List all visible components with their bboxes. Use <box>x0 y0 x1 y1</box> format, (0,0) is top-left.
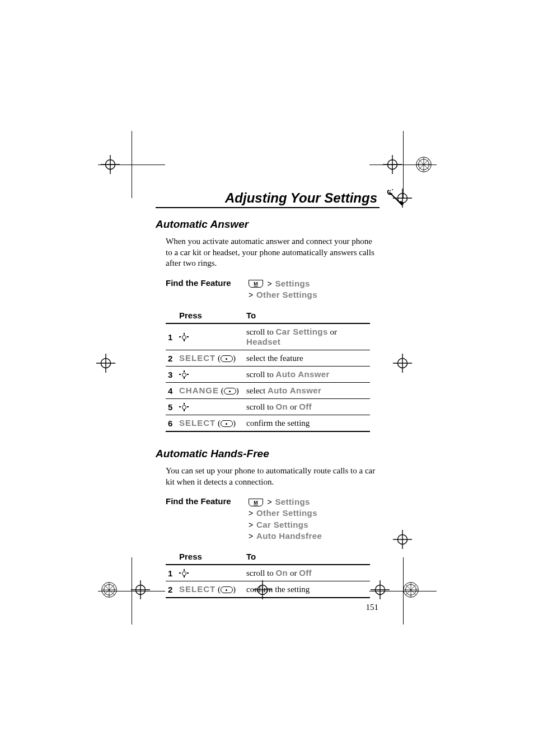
soft-key-icon <box>221 586 233 593</box>
find-feature-block: Find the Feature M > Settings > Other Se… <box>166 278 380 301</box>
path-item: Car Settings <box>256 520 308 529</box>
find-feature-block: Find the Feature M > Settings > Other Se… <box>166 496 380 542</box>
registration-cross-icon <box>403 131 404 198</box>
page-number: 151 <box>156 603 380 612</box>
steps-table: Press To 1 scroll to Car Settings or Hea… <box>166 308 370 432</box>
step-num: 1 <box>166 323 177 350</box>
registration-disc-icon <box>99 579 120 600</box>
registration-cross-icon <box>132 131 132 198</box>
svg-point-0 <box>390 190 391 191</box>
registration-cross-icon <box>403 557 404 624</box>
path-item: Other Settings <box>256 290 317 299</box>
col-press: Press <box>177 550 244 565</box>
menu-key-icon: M <box>249 499 263 506</box>
step-num: 1 <box>166 565 177 581</box>
svg-point-1 <box>392 189 393 190</box>
chapter-rule <box>156 207 380 208</box>
col-to: To <box>244 550 370 565</box>
nav-key-icon <box>179 370 189 379</box>
chapter-title: Adjusting Your Settings <box>156 190 380 206</box>
soft-key-icon <box>224 388 236 395</box>
step-num: 4 <box>166 383 177 399</box>
nav-key-icon <box>179 333 189 342</box>
registration-target-icon <box>392 353 413 374</box>
step-num: 2 <box>166 350 177 367</box>
find-feature-label: Find the Feature <box>166 278 249 301</box>
registration-target-icon <box>130 579 151 600</box>
page-content: Adjusting Your Settings Automatic Answer… <box>156 190 380 612</box>
chapter-title-text: Adjusting Your Settings <box>225 190 377 205</box>
section-body: You can set up your phone to automatical… <box>166 466 380 487</box>
soft-key-icon <box>221 420 233 427</box>
col-press: Press <box>177 308 244 323</box>
path-item: Other Settings <box>256 508 317 518</box>
registration-target-icon <box>392 529 413 550</box>
soft-key-icon <box>221 355 233 362</box>
find-feature-label: Find the Feature <box>166 496 249 542</box>
section-heading: Automatic Answer <box>156 218 380 231</box>
path-item: Auto Handsfree <box>256 531 322 541</box>
menu-path: M > Settings > Other Settings <box>249 278 317 301</box>
nav-key-icon <box>179 403 189 412</box>
col-to: To <box>244 308 370 323</box>
menu-path: M > Settings > Other Settings > Car Sett… <box>249 496 322 542</box>
path-item: Settings <box>275 279 310 288</box>
nav-key-icon <box>179 569 189 578</box>
step-num: 6 <box>166 415 177 432</box>
settings-wrench-icon <box>383 186 405 208</box>
menu-key-icon: M <box>249 280 263 288</box>
section-heading: Automatic Hands-Free <box>156 448 380 460</box>
section-body: When you activate automatic answer and c… <box>166 236 380 269</box>
registration-cross-icon <box>132 557 132 624</box>
registration-target-icon <box>95 353 116 374</box>
steps-table: Press To 1 scroll to On or Off 2 SELECT … <box>166 550 370 598</box>
step-num: 2 <box>166 581 177 598</box>
path-item: Settings <box>275 497 310 506</box>
step-num: 5 <box>166 399 177 415</box>
step-num: 3 <box>166 367 177 383</box>
